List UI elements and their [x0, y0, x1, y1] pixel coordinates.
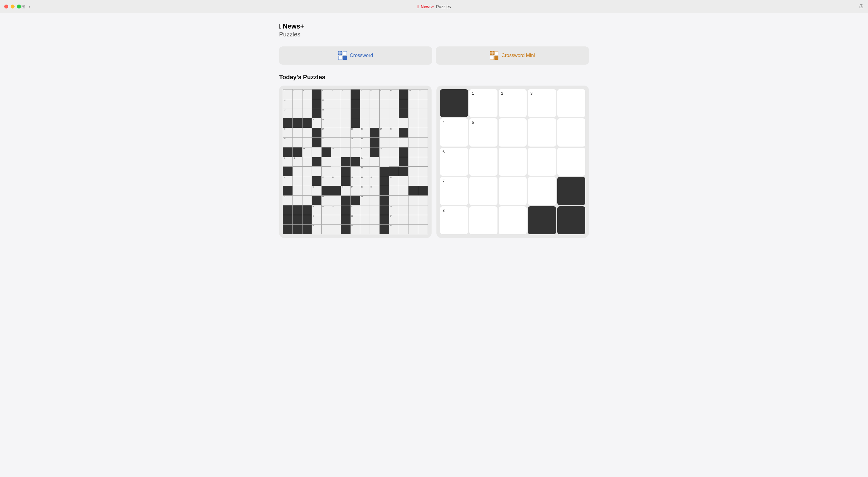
cw-cell: 28 — [390, 128, 399, 137]
cw-cell — [380, 176, 389, 186]
cell-number: 50 — [390, 177, 392, 178]
mini-cell — [528, 177, 556, 205]
mini-cell — [557, 177, 585, 205]
cw-cell: 62 — [331, 205, 341, 215]
cw-cell: 65 — [312, 215, 321, 225]
svg-rect-15 — [494, 56, 498, 60]
mini-cell-number: 1 — [472, 91, 474, 96]
cw-cell — [418, 118, 428, 128]
cw-cell: 35 — [331, 147, 341, 157]
cw-cell — [399, 109, 408, 118]
cw-cell — [331, 109, 341, 118]
cw-cell — [380, 109, 389, 118]
cw-cell: 47 — [351, 176, 360, 186]
cw-cell: 2 — [293, 90, 302, 99]
cw-cell — [351, 118, 360, 128]
share-icon[interactable] — [859, 4, 864, 10]
cw-cell — [399, 215, 408, 225]
cw-cell: 55 — [360, 186, 370, 196]
cw-cell — [303, 118, 312, 128]
cw-cell — [303, 157, 312, 167]
cw-cell: 50 — [390, 176, 399, 186]
mini-cell: 2 — [499, 89, 527, 117]
cw-cell: 10 — [390, 90, 399, 99]
cell-number: 63 — [351, 206, 353, 207]
cw-cell: 67 — [390, 215, 399, 225]
cw-cell — [322, 147, 331, 157]
cell-number: 30 — [322, 138, 324, 140]
cell-number: 33 — [400, 138, 402, 140]
cw-cell — [322, 157, 331, 167]
cell-number: 53 — [342, 186, 343, 188]
cell-number: 37 — [361, 148, 363, 149]
cw-cell: 12 — [418, 90, 428, 99]
mini-cell — [528, 206, 556, 234]
titlebar-news-plus: News+ — [421, 4, 434, 9]
cell-number: 14 — [322, 100, 324, 101]
cell-number: 32 — [361, 138, 363, 140]
cw-cell — [331, 167, 341, 176]
cw-cell — [322, 225, 331, 234]
cw-cell — [399, 186, 408, 196]
cell-number: 69 — [351, 225, 353, 226]
header-puzzles-label: Puzzles — [279, 31, 304, 38]
cell-number: 54 — [351, 186, 353, 188]
cw-cell — [418, 147, 428, 157]
cell-number: 40 — [293, 158, 295, 159]
crossword-grid-container: 1234567891011121314171820212324252627282… — [283, 89, 428, 234]
cw-cell — [341, 167, 350, 176]
cw-cell — [312, 157, 321, 167]
cw-cell: 46 — [331, 176, 341, 186]
svg-rect-3 — [343, 56, 347, 60]
back-icon[interactable]: ‹ — [29, 4, 30, 9]
mini-cell: 1 — [469, 89, 497, 117]
cw-cell — [351, 157, 360, 167]
cw-cell — [408, 176, 418, 186]
cw-cell — [331, 118, 341, 128]
cell-number: 52 — [312, 186, 314, 188]
cw-cell — [341, 215, 350, 225]
cw-cell — [380, 215, 389, 225]
cw-cell — [370, 128, 379, 137]
mini-cell — [557, 89, 585, 117]
cw-cell: 58 — [322, 196, 331, 205]
cw-cell — [370, 215, 379, 225]
cw-cell — [390, 167, 399, 176]
cw-cell: 52 — [312, 186, 321, 196]
cw-cell — [370, 109, 379, 118]
mini-cell: 5 — [469, 118, 497, 146]
cw-cell — [293, 186, 302, 196]
minimize-button[interactable] — [11, 5, 14, 8]
cell-number: 5 — [332, 90, 333, 91]
cw-cell — [380, 225, 389, 234]
sidebar-icon[interactable]: ⊞ — [21, 4, 25, 9]
crossword-mini-tab[interactable]: Crossword Mini — [436, 46, 589, 65]
cw-cell — [293, 147, 302, 157]
mini-cell — [557, 148, 585, 176]
titlebar-left-icons: ⊞ ‹ — [21, 4, 30, 9]
mini-cell-number: 4 — [442, 120, 445, 125]
cw-cell: 6 — [341, 90, 350, 99]
titlebar-puzzles: Puzzles — [436, 4, 451, 9]
cell-number: 56 — [371, 186, 372, 188]
cell-number: 58 — [322, 196, 324, 198]
fullscreen-button[interactable] — [17, 5, 21, 8]
cw-cell — [312, 138, 321, 147]
cell-number: 25 — [351, 128, 353, 130]
cw-cell — [293, 109, 302, 118]
close-button[interactable] — [4, 5, 8, 8]
cw-cell — [303, 205, 312, 215]
cw-cell — [351, 167, 360, 176]
crossword-puzzle-card[interactable]: 1234567891011121314171820212324252627282… — [279, 86, 432, 238]
cw-cell — [418, 128, 428, 137]
app-header-text:  News+ Puzzles — [279, 23, 304, 38]
cw-cell — [418, 176, 428, 186]
crossword-tab[interactable]: Crossword — [279, 46, 432, 65]
cell-number: 61 — [322, 206, 324, 207]
cw-cell — [399, 157, 408, 167]
cw-cell — [370, 99, 379, 109]
mini-cell — [440, 89, 468, 117]
cell-number: 1 — [284, 90, 285, 91]
cw-cell — [399, 167, 408, 176]
mini-crossword-puzzle-card[interactable]: 12345678 — [436, 86, 589, 238]
